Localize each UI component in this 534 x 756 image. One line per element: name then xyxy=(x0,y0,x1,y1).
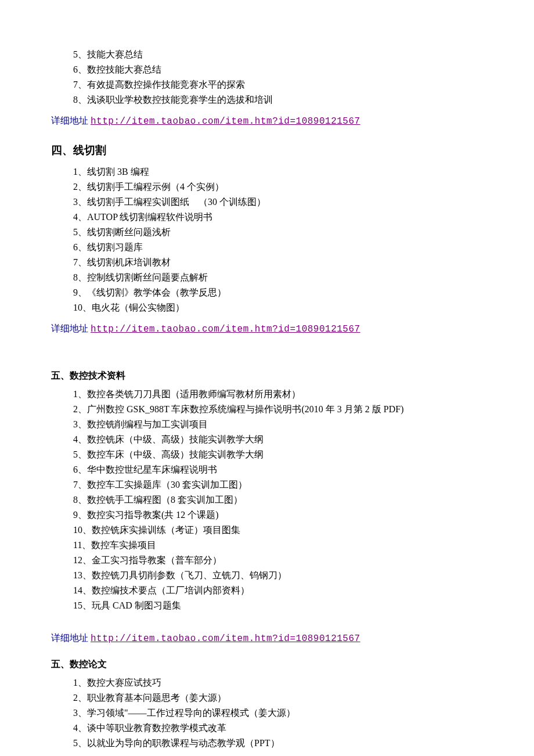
list-item: 1、线切割 3B 编程 xyxy=(51,165,483,179)
detail-link[interactable]: http://item.taobao.com/item.htm?id=10890… xyxy=(91,324,360,334)
section-heading-5a: 五、数控技术资料 xyxy=(51,369,483,383)
list-item: 4、AUTOP 线切割编程软件说明书 xyxy=(51,210,483,224)
detail-link[interactable]: http://item.taobao.com/item.htm?id=10890… xyxy=(91,633,360,644)
list-item: 13、数控铣刀具切削参数（飞刀、立铣刀、钨钢刀） xyxy=(51,568,483,582)
section-heading-4: 四、线切割 xyxy=(51,142,483,159)
list-item: 14、数控编技术要点（工厂培训内部资料） xyxy=(51,584,483,597)
list-item: 12、金工实习指导教案（普车部分） xyxy=(51,553,483,567)
detail-link[interactable]: http://item.taobao.com/item.htm?id=10890… xyxy=(91,116,360,127)
detail-link-line: 详细地址 http://item.taobao.com/item.htm?id=… xyxy=(51,114,483,128)
list-item: 6、数控技能大赛总结 xyxy=(51,63,483,77)
list-item: 8、数控铣手工编程图（8 套实训加工图） xyxy=(51,493,483,507)
top-list: 5、技能大赛总结 6、数控技能大赛总结 7、有效提高数控操作技能竞赛水平的探索 … xyxy=(51,48,483,107)
list-item: 5、线切割断丝问题浅析 xyxy=(51,225,483,239)
list-item: 10、电火花（铜公实物图） xyxy=(51,301,483,315)
list-item: 5、以就业为导向的职教课程与动态教学观（PPT） xyxy=(51,736,483,750)
section-5b-list: 1、数控大赛应试技巧 2、职业教育基本问题思考（姜大源） 3、学习领域"——工作… xyxy=(51,676,483,750)
detail-link-line: 详细地址 http://item.taobao.com/item.htm?id=… xyxy=(51,322,483,336)
detail-link-line: 详细地址 http://item.taobao.com/item.htm?id=… xyxy=(51,631,483,646)
section-5a-list: 1、数控各类铣刀刀具图（适用教师编写教材所用素材） 2、广州数控 GSK_988… xyxy=(51,387,483,613)
list-item: 8、浅谈职业学校数控技能竞赛学生的选拔和培训 xyxy=(51,93,483,107)
list-item: 3、线切割手工编程实训图纸 （30 个训练图） xyxy=(51,195,483,209)
list-item: 2、线切割手工编程示例（4 个实例） xyxy=(51,180,483,194)
list-item: 9、《线切割》教学体会（教学反思） xyxy=(51,286,483,300)
list-item: 7、数控车工实操题库（30 套实训加工图） xyxy=(51,478,483,492)
list-item: 3、学习领域"——工作过程导向的课程模式（姜大源） xyxy=(51,706,483,720)
list-item: 3、数控铣削编程与加工实训项目 xyxy=(51,417,483,431)
list-item: 4、谈中等职业教育数控教学模式改革 xyxy=(51,721,483,735)
list-item: 10、数控铣床实操训练（考证）项目图集 xyxy=(51,523,483,537)
detail-link-label: 详细地址 xyxy=(51,633,88,643)
list-item: 1、数控大赛应试技巧 xyxy=(51,676,483,690)
list-item: 5、数控车床（中级、高级）技能实训教学大纲 xyxy=(51,448,483,462)
list-item: 5、技能大赛总结 xyxy=(51,48,483,62)
section-heading-5b: 五、数控论文 xyxy=(51,657,483,671)
list-item: 2、职业教育基本问题思考（姜大源） xyxy=(51,691,483,705)
list-item: 7、线切割机床培训教材 xyxy=(51,255,483,269)
list-item: 8、控制线切割断丝问题要点解析 xyxy=(51,271,483,285)
detail-link-label: 详细地址 xyxy=(51,116,88,125)
detail-link-label: 详细地址 xyxy=(51,323,88,333)
list-item: 7、有效提高数控操作技能竞赛水平的探索 xyxy=(51,78,483,92)
list-item: 4、数控铣床（中级、高级）技能实训教学大纲 xyxy=(51,433,483,447)
list-item: 2、广州数控 GSK_988T 车床数控系统编程与操作说明书(2010 年 3 … xyxy=(51,402,483,416)
list-item: 6、线切割习题库 xyxy=(51,240,483,254)
list-item: 9、数控实习指导教案(共 12 个课题) xyxy=(51,508,483,522)
list-item: 11、数控车实操项目 xyxy=(51,538,483,552)
list-item: 15、玩具 CAD 制图习题集 xyxy=(51,599,483,613)
list-item: 6、华中数控世纪星车床编程说明书 xyxy=(51,463,483,477)
list-item: 1、数控各类铣刀刀具图（适用教师编写教材所用素材） xyxy=(51,387,483,401)
section-4-list: 1、线切割 3B 编程 2、线切割手工编程示例（4 个实例） 3、线切割手工编程… xyxy=(51,165,483,315)
